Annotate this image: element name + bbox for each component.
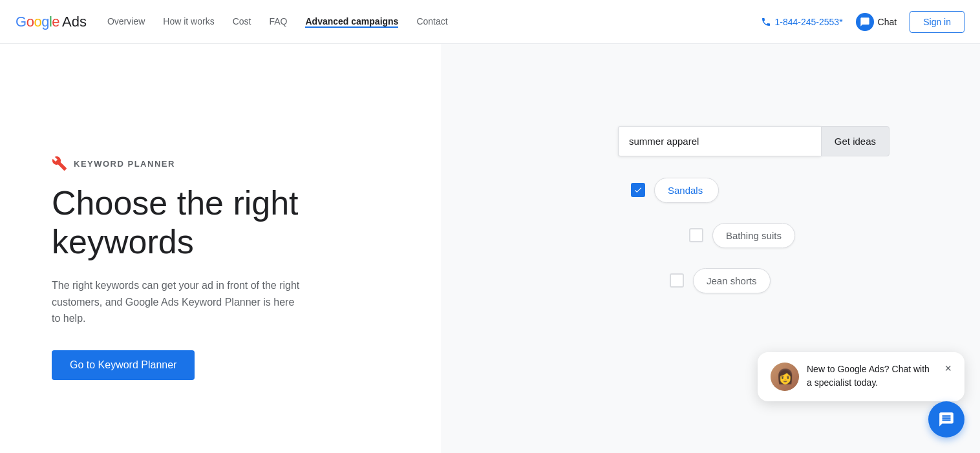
main-heading: Choose the rightkeywords xyxy=(52,184,375,262)
keyword-item-bathing: Bathing suits xyxy=(689,223,795,248)
logo-ads-text: Ads xyxy=(62,14,87,30)
phone-link[interactable]: 1-844-245-2553* xyxy=(761,17,843,27)
nav-right: 1-844-245-2553* Chat Sign in xyxy=(761,11,964,33)
phone-number: 1-844-245-2553* xyxy=(775,17,843,27)
nav-contact[interactable]: Contact xyxy=(416,16,447,28)
cta-button[interactable]: Go to Keyword Planner xyxy=(52,350,195,380)
chat-popup: 👩 New to Google Ads? Chat with a special… xyxy=(758,352,964,401)
logo[interactable]: Google Ads xyxy=(16,14,87,30)
jean-pill[interactable]: Jean shorts xyxy=(693,268,771,293)
chat-icon xyxy=(860,17,870,27)
chat-float-button[interactable] xyxy=(928,401,964,437)
bathing-pill[interactable]: Bathing suits xyxy=(712,223,795,248)
nav-overview[interactable]: Overview xyxy=(107,16,145,28)
kp-demo: Get ideas Sandals Bathing suits Jean sh xyxy=(605,126,928,385)
chat-float-icon xyxy=(938,411,955,428)
jean-checkbox[interactable] xyxy=(670,273,684,288)
nav-advanced-campaigns[interactable]: Advanced campaigns xyxy=(305,16,398,28)
chat-popup-message: New to Google Ads? Chat with a specialis… xyxy=(807,363,937,390)
nav-links: Overview How it works Cost FAQ Advanced … xyxy=(107,16,761,28)
get-ideas-button[interactable]: Get ideas xyxy=(821,126,889,156)
chat-close-button[interactable]: × xyxy=(944,363,952,374)
section-label: KEYWORD PLANNER xyxy=(74,159,175,169)
right-content: Get ideas Sandals Bathing suits Jean sh xyxy=(375,113,928,385)
wrench-icon xyxy=(52,156,67,171)
chat-link[interactable]: Chat xyxy=(856,13,897,31)
checkmark-icon xyxy=(634,185,643,195)
search-input[interactable] xyxy=(618,126,821,156)
nav-how-it-works[interactable]: How it works xyxy=(163,16,214,28)
phone-icon xyxy=(761,17,771,27)
sandals-pill[interactable]: Sandals xyxy=(654,178,719,203)
signin-button[interactable]: Sign in xyxy=(910,11,964,33)
bathing-checkbox[interactable] xyxy=(689,228,703,242)
nav-faq[interactable]: FAQ xyxy=(269,16,287,28)
nav-cost[interactable]: Cost xyxy=(233,16,251,28)
chat-icon-circle xyxy=(856,13,874,31)
search-row: Get ideas xyxy=(618,126,889,156)
chat-avatar: 👩 xyxy=(771,363,799,391)
keyword-item-jean: Jean shorts xyxy=(670,268,771,293)
keyword-item-sandals: Sandals xyxy=(631,178,719,203)
sandals-checkbox[interactable] xyxy=(631,183,645,197)
main-description: The right keywords can get your ad in fr… xyxy=(52,277,304,327)
navbar: Google Ads Overview How it works Cost FA… xyxy=(0,0,980,44)
left-content: KEYWORD PLANNER Choose the rightkeywords… xyxy=(52,117,375,379)
chat-label: Chat xyxy=(878,17,897,27)
section-label-row: KEYWORD PLANNER xyxy=(52,156,375,171)
avatar-image: 👩 xyxy=(771,363,799,391)
